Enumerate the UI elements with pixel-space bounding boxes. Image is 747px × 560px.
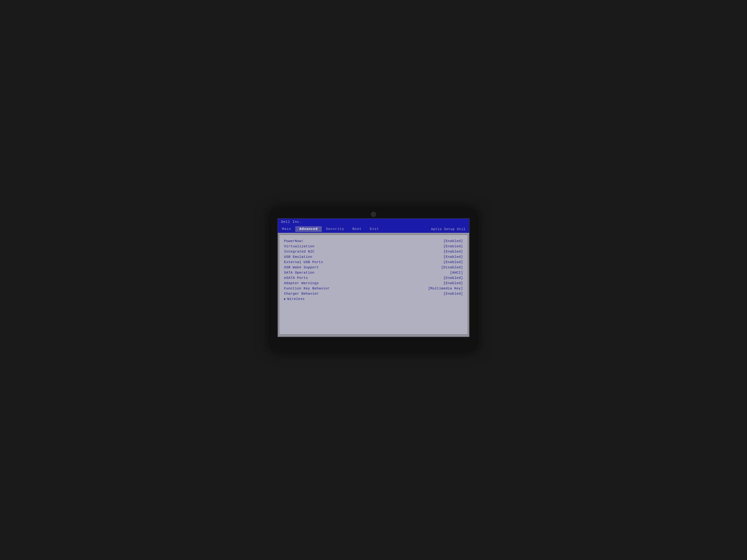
list-item[interactable]: Charger Behavior [Enabled] xyxy=(284,291,463,296)
screen-bezel: Dell Inc. Main Advanced Security Boot Ex… xyxy=(271,209,476,351)
setting-label: External USB Ports xyxy=(284,260,323,264)
tab-main[interactable]: Main xyxy=(278,226,295,232)
setting-value: [Enabled] xyxy=(443,255,463,259)
setting-value: [Enabled] xyxy=(443,276,463,280)
setting-label: Function Key Behavior xyxy=(284,287,330,291)
list-item[interactable]: USB Emulation [Enabled] xyxy=(284,255,463,260)
setting-label: Adapter Warnings xyxy=(284,282,319,285)
setting-value: [Multimedia Key] xyxy=(428,287,463,291)
list-item[interactable]: eSATA Ports [Enabled] xyxy=(284,275,463,281)
setting-value: [Enabled] xyxy=(443,260,463,264)
list-item[interactable]: Function Key Behavior [Multimedia Key] xyxy=(284,286,463,291)
setting-value: [Enabled] xyxy=(443,250,463,254)
list-item[interactable]: Adapter Warnings [Enabled] xyxy=(284,281,463,286)
setting-value: [Enabled] xyxy=(443,282,463,285)
list-item[interactable]: SATA Operation [AHCI] xyxy=(284,270,463,275)
tab-exit[interactable]: Exit xyxy=(366,226,383,232)
setting-label: eSATA Ports xyxy=(284,276,308,280)
bios-screen: Dell Inc. Main Advanced Security Boot Ex… xyxy=(277,218,470,337)
tab-boot[interactable]: Boot xyxy=(348,226,366,232)
list-item[interactable]: Virtualization [Enabled] xyxy=(284,244,463,249)
setting-label: Integrated NIC xyxy=(284,250,314,254)
setting-value: [Enabled] xyxy=(443,239,463,243)
setting-label: Virtualization xyxy=(284,244,314,248)
settings-table: PowerNow! [Enabled] Virtualization [Enab… xyxy=(284,239,463,302)
list-item[interactable]: ► Wireless xyxy=(284,296,463,302)
setting-value: [Disabled] xyxy=(441,266,463,269)
list-item[interactable]: External USB Ports [Enabled] xyxy=(284,260,463,265)
bios-content: PowerNow! [Enabled] Virtualization [Enab… xyxy=(279,234,468,335)
list-item[interactable]: USB Wake Support [Disabled] xyxy=(284,265,463,270)
setting-value: [AHCI] xyxy=(450,271,463,275)
submenu-arrow-icon: ► xyxy=(284,297,286,301)
tab-security[interactable]: Security xyxy=(322,226,348,232)
list-item[interactable]: Integrated NIC [Enabled] xyxy=(284,249,463,255)
bios-nav-bar: Main Advanced Security Boot Exit Aptio S… xyxy=(278,225,469,233)
setting-label: Charger Behavior xyxy=(284,292,319,296)
setting-label: ► Wireless xyxy=(284,297,305,301)
list-item[interactable]: PowerNow! [Enabled] xyxy=(284,239,463,244)
setting-label: PowerNow! xyxy=(284,239,304,243)
setting-value: [Enabled] xyxy=(443,292,463,296)
setting-label: USB Emulation xyxy=(284,255,312,259)
vendor-label: Dell Inc. xyxy=(281,220,302,224)
tab-advanced[interactable]: Advanced xyxy=(295,226,322,232)
setting-value: [Enabled] xyxy=(443,244,463,248)
bios-header-bar: Dell Inc. xyxy=(278,219,469,225)
setting-label: USB Wake Support xyxy=(284,266,319,269)
utility-name: Aptio Setup Util xyxy=(431,228,469,231)
setting-label: SATA Operation xyxy=(284,271,314,275)
